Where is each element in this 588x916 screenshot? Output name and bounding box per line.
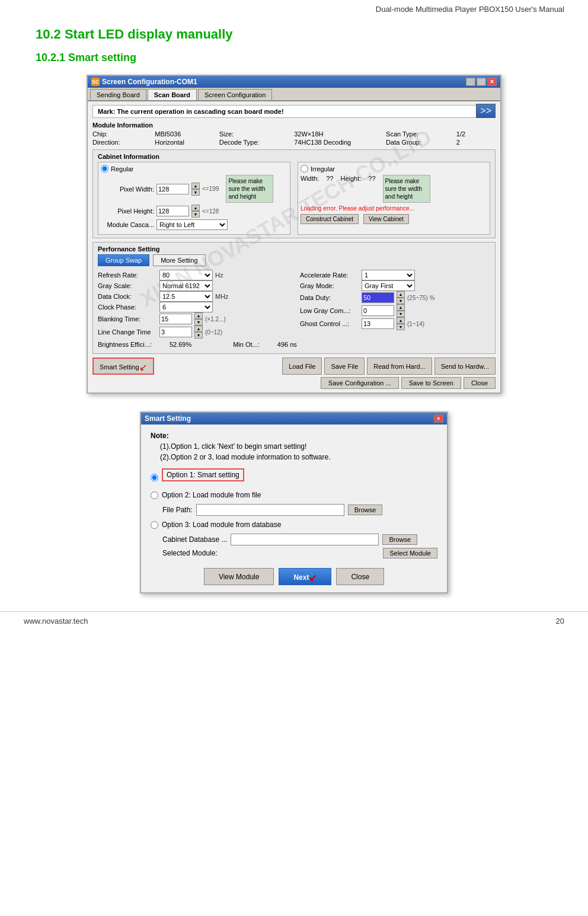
view-cabinet-button[interactable]: View Cabinet — [363, 214, 409, 224]
performance-label: Perfornance Setting — [98, 245, 490, 253]
clock-phase-row: Clock Phase: 6 — [98, 302, 288, 312]
data-clock-label: Data Clock: — [98, 293, 157, 300]
line-change-spinner[interactable]: ▲▼ — [194, 325, 203, 339]
refresh-rate-unit: Hz — [215, 272, 223, 279]
browse-button-2[interactable]: Browse — [382, 534, 417, 545]
next-button[interactable]: Next↙ — [279, 568, 331, 585]
option2-row[interactable]: Option 2: Load module from file — [151, 491, 437, 499]
module-cascade-select[interactable]: Right to Left — [156, 219, 228, 230]
gray-scale-select[interactable]: Normal 6192 — [159, 280, 213, 291]
more-setting-button[interactable]: More Setting — [153, 254, 205, 266]
refresh-rate-select[interactable]: 80 — [159, 270, 213, 280]
irregular-radio[interactable]: Irregular — [301, 165, 487, 173]
construct-cabinet-button[interactable]: Construct Cabinet — [301, 214, 359, 224]
pixel-width-input[interactable] — [156, 184, 189, 194]
blanking-time-input[interactable] — [159, 314, 192, 324]
close-button[interactable]: ✕ — [487, 78, 497, 86]
irregular-radio-input[interactable] — [301, 165, 308, 173]
tab-bar: Sending Board Scan Board Screen Configur… — [88, 88, 500, 101]
option3-label: Option 3: Load module from database — [162, 521, 281, 529]
option3-row[interactable]: Option 3: Load module from database — [151, 521, 437, 529]
data-duty-input[interactable] — [362, 292, 394, 303]
group-swap-button[interactable]: Group Swap — [98, 254, 149, 266]
ghost-control-spinner[interactable]: ▲▼ — [397, 317, 405, 330]
option1-radio[interactable] — [151, 474, 158, 481]
right-bottom-buttons: Load File Save File Read from Hard... Se… — [282, 358, 496, 375]
scan-type-value: 1/2 — [456, 130, 496, 138]
tab-sending-board[interactable]: Sending Board — [90, 89, 146, 100]
pixel-height-input[interactable] — [156, 206, 189, 216]
smart-setting-button[interactable]: Smart Setting↙ — [92, 358, 154, 375]
pixel-height-label: Pixel Height: — [101, 208, 154, 215]
low-gray-spinner[interactable]: ▲▼ — [397, 304, 405, 317]
select-module-button[interactable]: Select Module — [383, 548, 437, 558]
pixel-width-spinner[interactable]: ▲▼ — [191, 183, 200, 196]
file-path-input[interactable] — [196, 504, 344, 516]
nav-right-button[interactable]: >> — [476, 104, 496, 118]
line-change-input[interactable] — [159, 327, 192, 337]
pixel-width-row: Pixel Width: ▲▼ <=199 Please make sure t… — [101, 175, 287, 203]
smart-bottom-buttons: View Module Next↙ Close — [151, 568, 437, 585]
option2-radio[interactable] — [151, 491, 158, 499]
line-change-range: (0~12) — [205, 329, 222, 336]
blanking-time-spinner[interactable]: ▲▼ — [194, 312, 203, 325]
restore-button[interactable]: □ — [477, 78, 486, 86]
gray-mode-select[interactable]: Gray First — [362, 280, 415, 291]
gray-mode-row: Gray Mode: Gray First — [300, 280, 490, 291]
irregular-height-label: Height: — [340, 175, 361, 203]
option1-row[interactable]: Option 1: Smart setting — [151, 468, 437, 486]
browse-button-1[interactable]: Browse — [348, 505, 383, 515]
clock-phase-select[interactable]: 6 — [159, 302, 213, 312]
irregular-height-value: ?? — [368, 175, 375, 203]
option3-radio[interactable] — [151, 521, 158, 529]
decode-type-value: 74HC138 Decoding — [294, 139, 381, 146]
gray-scale-label: Gray Scale: — [98, 282, 157, 289]
warning-bar: Mark: The current operation in cascading… — [92, 105, 496, 118]
save-configuration-button[interactable]: Save Configuration ... — [321, 377, 399, 389]
note-heading: Note: — [151, 432, 437, 440]
perf-right-col: Accelerate Rate: 1 Gray Mode: Gray First — [300, 270, 490, 339]
smart-close-button[interactable]: × — [434, 414, 443, 423]
line-change-row: Line Change Time ▲▼ (0~12) — [98, 325, 288, 339]
tab-scan-board[interactable]: Scan Board — [148, 89, 197, 100]
decode-type-label: Decode Type: — [219, 139, 290, 146]
irregular-width-label: Width: — [301, 175, 319, 203]
page-footer: www.novastar.tech 20 — [0, 611, 588, 630]
regular-radio[interactable]: Regular — [101, 165, 287, 173]
save-to-screen-button[interactable]: Save to Screen — [401, 377, 461, 389]
performance-section: Perfornance Setting Group Swap More Sett… — [92, 242, 496, 354]
cabinet-db-input[interactable] — [231, 534, 379, 545]
accelerate-rate-select[interactable]: 1 — [362, 270, 415, 280]
data-duty-label: Data Duty: — [300, 294, 359, 301]
pixel-height-constraint: <=128 — [202, 208, 219, 215]
please-note-box-2: Please make sure the width and height — [383, 175, 430, 203]
load-file-button[interactable]: Load File — [282, 358, 322, 375]
dialog-title-bar: SC Screen Configuration-COM1 _ □ ✕ — [88, 76, 500, 88]
file-path-row: File Path: Browse — [162, 504, 437, 516]
smart-body: Note: (1).Option 1, click 'Next' to begi… — [141, 425, 447, 592]
cabinet-buttons: Construct Cabinet View Cabinet — [301, 214, 487, 224]
smart-title-text: Smart Setting — [145, 414, 191, 423]
ghost-control-input[interactable] — [362, 318, 394, 329]
smart-title-bar: Smart Setting × — [141, 413, 447, 425]
data-duty-spinner[interactable]: ▲▼ — [397, 291, 405, 304]
close-dialog-button[interactable]: Close — [464, 377, 496, 389]
send-to-hardw-button[interactable]: Send to Hardw... — [434, 358, 496, 375]
min-ot-value: 496 ns — [277, 341, 297, 348]
save-file-button[interactable]: Save File — [324, 358, 365, 375]
regular-radio-input[interactable] — [101, 165, 108, 173]
tab-screen-configuration[interactable]: Screen Configuration — [198, 89, 272, 100]
view-module-button[interactable]: View Module — [204, 568, 274, 585]
bottom-btn-row1: Smart Setting↙ Load File Save File Read … — [92, 358, 496, 375]
data-clock-select[interactable]: 12.5 — [159, 291, 213, 302]
minimize-button[interactable]: _ — [466, 78, 475, 86]
close-smart-dialog-button[interactable]: Close — [336, 568, 384, 585]
read-from-hard-button[interactable]: Read from Hard... — [367, 358, 432, 375]
brightness-efficiency-value: 52.69% — [170, 341, 191, 348]
smart-setting-dialog: Smart Setting × Note: (1).Option 1, clic… — [140, 411, 448, 593]
low-gray-input[interactable] — [362, 305, 394, 316]
dialog-title-buttons: _ □ ✕ — [466, 78, 497, 86]
note-line1: (1).Option 1, click 'Next' to begin smar… — [160, 442, 437, 451]
pixel-height-spinner[interactable]: ▲▼ — [191, 205, 200, 218]
brightness-efficiency-label: Brightness Effici...: — [98, 341, 152, 348]
